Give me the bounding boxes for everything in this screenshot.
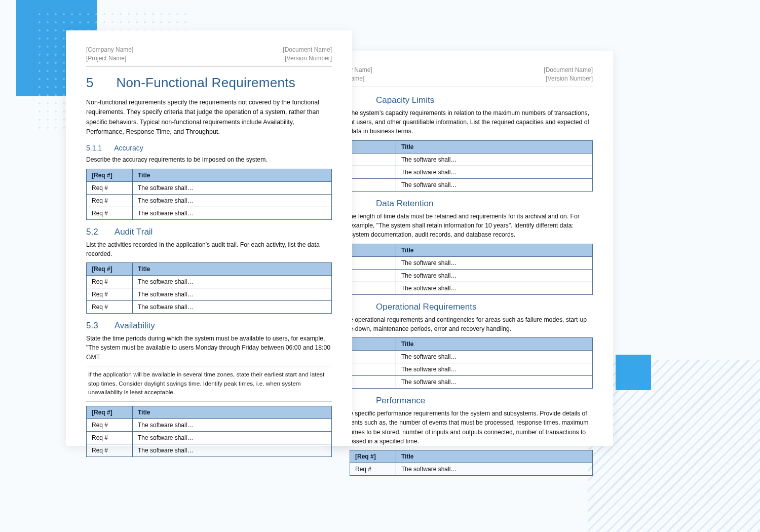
section-retention-desc: he length of time data must be retained …	[350, 212, 593, 240]
cell-req: Req #	[87, 288, 133, 301]
section-performance-desc: e specific performance requirements for …	[350, 409, 593, 446]
document-page-1: [Company Name] [Project Name] [Document …	[66, 30, 352, 446]
availability-table: [Req #]Title Req #The software shall… Re…	[86, 406, 332, 457]
capacity-table: Title The software shall… The software s…	[350, 140, 593, 192]
cell-title: The software shall…	[396, 376, 593, 389]
cell-title: The software shall…	[396, 269, 593, 282]
cell-req: Req #	[350, 463, 396, 476]
heading-text: Audit Trail	[115, 227, 153, 237]
cell-req: Req #	[87, 181, 133, 194]
col-title: Title	[396, 338, 593, 351]
col-title: Title	[133, 169, 332, 181]
section-availability-heading: 5.3 Availability	[86, 321, 332, 331]
cell-req: Req #	[87, 207, 133, 219]
cell-title: The software shall…	[133, 419, 332, 432]
cell-req	[350, 282, 396, 294]
section-audit-desc: List the activities recorded in the appl…	[86, 240, 332, 259]
section-audit-trail-heading: 5.2 Audit Trail	[86, 227, 332, 237]
cell-req	[350, 363, 396, 376]
section-accuracy-heading: 5.1.1 Accuracy	[86, 144, 332, 152]
operational-table: Title The software shall… The software s…	[350, 337, 593, 389]
cell-req: Req #	[87, 301, 133, 314]
section-operational-desc: e operational requirements and contingen…	[350, 315, 593, 334]
cell-title: The software shall…	[396, 363, 593, 376]
section-data-retention-heading: Data Retention	[350, 199, 593, 209]
section-capacity-desc: the system's capacity requirements in re…	[350, 108, 593, 136]
audit-table: [Req #]Title Req #The software shall… Re…	[86, 262, 332, 314]
heading-text: Data Retention	[376, 199, 433, 208]
cell-req: Req #	[87, 432, 133, 444]
performance-table: [Req #]Title Req #The software shall…	[350, 450, 593, 476]
header-company: [Company Name]	[86, 46, 133, 54]
section-number: 5	[86, 75, 112, 91]
col-title: Title	[396, 140, 593, 153]
col-req: [Req #]	[87, 263, 133, 276]
cell-req	[350, 166, 396, 178]
heading-text: Availability	[115, 321, 155, 330]
section-number: 5.2	[86, 227, 112, 237]
cell-title: The software shall…	[396, 166, 593, 178]
cell-title: The software shall…	[396, 153, 593, 166]
header-version: [Version Number]	[283, 54, 332, 63]
page-header: y Name] lame] [Document Name] [Version N…	[350, 66, 593, 87]
cell-req	[350, 256, 396, 269]
cell-title: The software shall…	[133, 181, 332, 194]
cell-title: The software shall…	[133, 301, 332, 314]
col-req: [Req #]	[87, 169, 133, 181]
heading-text: Performance	[376, 396, 425, 405]
section-availability-desc: State the time periods during which the …	[86, 334, 332, 362]
cell-title: The software shall…	[133, 288, 332, 301]
heading-text: Capacity Limits	[376, 95, 434, 105]
header-project: lame]	[350, 74, 372, 83]
section-capacity-limits-heading: Capacity Limits	[350, 95, 593, 105]
cell-req: Req #	[87, 444, 133, 457]
section-accuracy-desc: Describe the accuracy requirements to be…	[86, 155, 332, 164]
cell-req: Req #	[87, 194, 133, 207]
col-req: [Req #]	[350, 450, 396, 463]
col-req	[350, 140, 396, 153]
cell-title: The software shall…	[133, 444, 332, 457]
header-version: [Version Number]	[544, 74, 593, 83]
col-title: Title	[133, 263, 332, 276]
decor-stripes	[588, 360, 760, 532]
intro-paragraph: Non-functional requirements specify the …	[86, 98, 332, 137]
section-number: 5.1.1	[86, 144, 112, 152]
col-req	[350, 244, 396, 256]
heading-text: Operational Requirements	[376, 302, 476, 312]
section-availability-note: If the application will be available in …	[86, 366, 332, 402]
header-document: [Document Name]	[283, 46, 332, 54]
cell-req: Req #	[87, 276, 133, 288]
document-page-2: y Name] lame] [Document Name] [Version N…	[329, 51, 613, 446]
page-title: 5 Non-Functional Requirements	[86, 75, 332, 91]
col-req: [Req #]	[87, 406, 133, 419]
cell-req	[350, 178, 396, 191]
cell-req	[350, 376, 396, 389]
cell-title: The software shall…	[396, 256, 593, 269]
cell-req	[350, 153, 396, 166]
cell-req	[350, 269, 396, 282]
header-document: [Document Name]	[544, 66, 593, 74]
col-title: Title	[396, 450, 593, 463]
cell-title: The software shall…	[133, 432, 332, 444]
col-title: Title	[133, 406, 332, 419]
col-title: Title	[396, 244, 593, 256]
heading-text: Accuracy	[114, 144, 143, 152]
cell-title: The software shall…	[396, 282, 593, 294]
retention-table: Title The software shall… The software s…	[350, 244, 593, 295]
header-company: y Name]	[350, 66, 372, 74]
section-operational-heading: Operational Requirements	[350, 302, 593, 312]
heading-text: Non-Functional Requirements	[117, 75, 296, 90]
decor-blue-square	[616, 355, 651, 390]
header-project: [Project Name]	[86, 54, 133, 63]
cell-req: Req #	[87, 419, 133, 432]
accuracy-table: [Req #]Title Req #The software shall… Re…	[86, 169, 332, 220]
cell-title: The software shall…	[396, 178, 593, 191]
col-req	[350, 338, 396, 351]
cell-title: The software shall…	[396, 351, 593, 363]
cell-title: The software shall…	[396, 463, 593, 476]
section-performance-heading: Performance	[350, 396, 593, 406]
cell-req	[350, 351, 396, 363]
canvas: y Name] lame] [Document Name] [Version N…	[0, 0, 760, 532]
section-number: 5.3	[86, 321, 112, 331]
cell-title: The software shall…	[133, 207, 332, 219]
